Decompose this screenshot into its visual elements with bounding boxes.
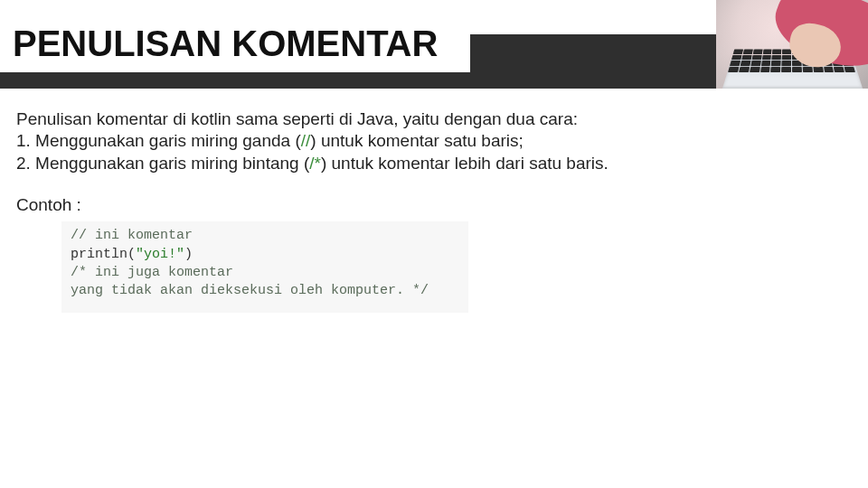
intro-line: Penulisan komentar di kotlin sama sepert… [16, 108, 852, 130]
code-comment-2: /* ini juga komentar [71, 265, 233, 280]
rule1-post: ) untuk komentar satu baris; [310, 131, 524, 150]
slide-header: PENULISAN KOMENTAR [0, 0, 868, 90]
rule2-pre: 2. Menggunakan garis miring bintang ( [16, 154, 309, 173]
code-string: "yoi!" [136, 247, 184, 262]
header-photo [716, 0, 868, 89]
rule2-symbol: /* [309, 154, 321, 173]
rule-line-2: 2. Menggunakan garis miring bintang (/*)… [16, 153, 852, 174]
code-comment-3: yang tidak akan dieksekusi oleh komputer… [71, 283, 429, 298]
rule1-pre: 1. Menggunakan garis miring ganda ( [16, 131, 301, 150]
slide-body: Penulisan komentar di kotlin sama sepert… [16, 108, 852, 313]
rule-line-1: 1. Menggunakan garis miring ganda (//) u… [16, 130, 852, 152]
code-call: println [71, 247, 127, 262]
page-title: PENULISAN KOMENTAR [13, 23, 450, 64]
rule2-post: ) untuk komentar lebih dari satu baris. [321, 154, 609, 173]
code-paren-close: ) [184, 247, 193, 262]
rule1-symbol: // [301, 131, 311, 150]
code-block: // ini komentar println("yoi!") /* ini j… [61, 221, 468, 313]
code-paren-open: ( [127, 247, 136, 262]
code-comment-1: // ini komentar [71, 228, 193, 243]
example-label: Contoh : [16, 194, 852, 216]
